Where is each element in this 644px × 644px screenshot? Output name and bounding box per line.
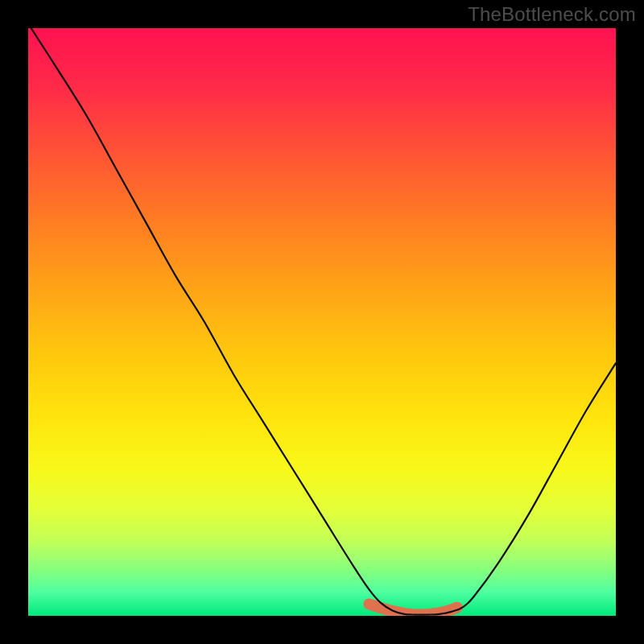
watermark-text: TheBottleneck.com [468, 3, 636, 26]
chart-frame: { "watermark": "TheBottleneck.com", "cha… [0, 0, 644, 644]
plot-area [28, 28, 616, 616]
chart-svg [28, 28, 616, 616]
bottleneck-curve-line [31, 28, 616, 615]
